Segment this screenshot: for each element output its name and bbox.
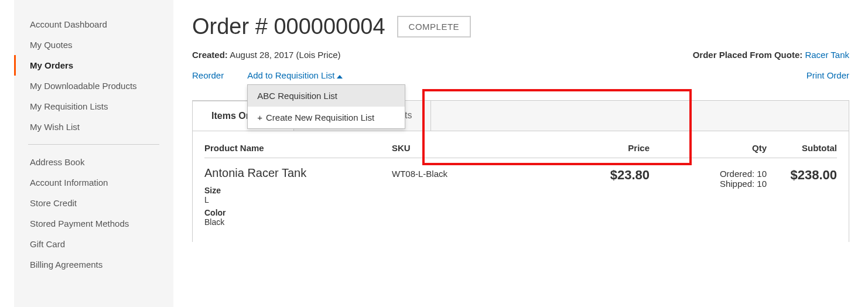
sidebar-item-address[interactable]: Address Book — [14, 152, 173, 172]
qty-shipped: Shipped: 10 — [650, 179, 767, 189]
sidebar-item-gift[interactable]: Gift Card — [14, 234, 173, 254]
plus-icon: + — [257, 112, 262, 122]
placed-from-info: Order Placed From Quote: Racer Tank — [693, 50, 849, 60]
sidebar-item-store-credit[interactable]: Store Credit — [14, 193, 173, 213]
requisition-wrap: Add to Requisition List ABC Requisition … — [247, 70, 343, 80]
attr-color-value: Black — [204, 217, 392, 227]
created-value: August 28, 2017 (Lois Price) — [228, 50, 341, 60]
print-order-link[interactable]: Print Order — [807, 70, 849, 80]
sidebar-item-dashboard[interactable]: Account Dashboard — [14, 14, 173, 35]
th-product: Product Name — [204, 143, 392, 153]
sidebar-item-billing[interactable]: Billing Agreements — [14, 254, 173, 275]
order-meta-row: Created: August 28, 2017 (Lois Price) Or… — [192, 50, 849, 60]
sidebar-item-downloadable[interactable]: My Downloadable Products — [14, 76, 173, 96]
th-price: Price — [544, 143, 650, 153]
order-header: Order # 000000004 COMPLETE — [192, 14, 849, 39]
product-name: Antonia Racer Tank — [204, 166, 392, 180]
qty-ordered: Ordered: 10 — [650, 169, 767, 179]
sidebar-item-quotes[interactable]: My Quotes — [14, 35, 173, 55]
created-info: Created: August 28, 2017 (Lois Price) — [192, 50, 340, 60]
add-requisition-toggle[interactable]: Add to Requisition List — [247, 70, 343, 80]
table-header-row: Product Name SKU Price Qty Subtotal — [204, 143, 837, 158]
reorder-link[interactable]: Reorder — [192, 70, 224, 80]
th-sku: SKU — [392, 143, 544, 153]
attr-size-label: Size — [204, 186, 392, 195]
sidebar-item-wishlist[interactable]: My Wish List — [14, 117, 173, 137]
status-badge: COMPLETE — [397, 16, 471, 37]
subtotal-cell: $238.00 — [767, 166, 837, 183]
placed-label: Order Placed From Quote: — [693, 50, 805, 60]
sidebar-item-orders[interactable]: My Orders — [14, 55, 173, 76]
sidebar-item-requisition[interactable]: My Requisition Lists — [14, 96, 173, 117]
account-sidebar: Account Dashboard My Quotes My Orders My… — [14, 0, 173, 307]
page-title: Order # 000000004 — [192, 14, 385, 39]
req-item-create[interactable]: +Create New Requisition List — [248, 107, 405, 128]
sidebar-item-payment[interactable]: Stored Payment Methods — [14, 213, 173, 234]
table-row: Antonia Racer Tank Size L Color Black WT… — [204, 166, 837, 230]
th-qty: Qty — [650, 143, 767, 153]
items-table: Product Name SKU Price Qty Subtotal Anto… — [193, 131, 849, 242]
attr-size-value: L — [204, 195, 392, 204]
qty-cell: Ordered: 10 Shipped: 10 — [650, 166, 767, 189]
created-label: Created: — [192, 50, 228, 60]
requisition-dropdown: ABC Requisition List +Create New Requisi… — [247, 84, 405, 129]
actions-left: Reorder Add to Requisition List ABC Requ… — [192, 70, 343, 80]
req-item-abc[interactable]: ABC Requisition List — [248, 85, 405, 107]
sku-cell: WT08-L-Black — [392, 166, 544, 179]
chevron-up-icon — [337, 70, 343, 80]
add-requisition-label: Add to Requisition List — [247, 70, 334, 80]
sidebar-divider — [28, 144, 159, 145]
attr-color-label: Color — [204, 208, 392, 217]
price-cell: $23.80 — [544, 166, 650, 183]
actions-row: Reorder Add to Requisition List ABC Requ… — [192, 70, 849, 80]
sidebar-item-account-info[interactable]: Account Information — [14, 172, 173, 193]
th-subtotal: Subtotal — [767, 143, 837, 153]
quote-link[interactable]: Racer Tank — [805, 50, 849, 60]
main-content: Order # 000000004 COMPLETE Created: Augu… — [173, 0, 868, 307]
req-item-create-label: Create New Requisition List — [266, 112, 374, 122]
product-cell: Antonia Racer Tank Size L Color Black — [204, 166, 392, 230]
